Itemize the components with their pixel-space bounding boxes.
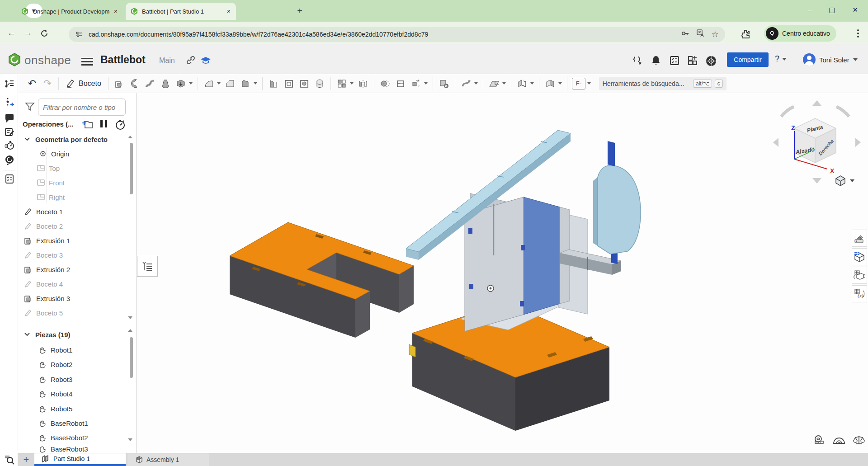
draft-button[interactable] bbox=[238, 76, 253, 91]
chevron-down-icon[interactable] bbox=[502, 82, 506, 85]
chevron-down-icon[interactable] bbox=[558, 82, 562, 85]
create-version-icon[interactable] bbox=[4, 97, 15, 108]
surface-button[interactable] bbox=[486, 76, 502, 91]
scroll-up-arrow[interactable] bbox=[128, 329, 132, 332]
sketch-button[interactable]: Boceto bbox=[62, 76, 105, 91]
browser-profile-chip[interactable]: Centro educativo bbox=[764, 25, 836, 42]
scroll-up-arrow[interactable] bbox=[128, 136, 132, 138]
appearance-panel-button[interactable] bbox=[852, 230, 867, 247]
mirror-button[interactable] bbox=[355, 76, 371, 91]
revolve-button[interactable] bbox=[127, 76, 142, 91]
tree-item-right-plane[interactable]: Right bbox=[18, 190, 130, 204]
rotate-up-arrow[interactable] bbox=[812, 100, 821, 106]
sweep-button[interactable] bbox=[142, 76, 158, 91]
mass-properties-icon[interactable] bbox=[852, 434, 866, 447]
part-item[interactable]: BaseRobot1 bbox=[18, 416, 130, 430]
chevron-down-icon[interactable] bbox=[424, 82, 428, 85]
viewport-3d-model[interactable] bbox=[137, 93, 868, 453]
browser-tab-active[interactable]: Battlebot | Part Studio 1 × bbox=[126, 3, 236, 20]
suspend-rebuild-icon[interactable] bbox=[100, 120, 107, 127]
part-item-clipped[interactable]: BaseRobot3 bbox=[18, 445, 130, 453]
workspace-name[interactable]: Main bbox=[159, 56, 175, 65]
part-item[interactable]: Robot4 bbox=[18, 386, 130, 401]
fold-button[interactable] bbox=[542, 76, 558, 91]
onshape-logo[interactable] bbox=[7, 52, 22, 69]
tree-section-parts[interactable]: Piezas (19) bbox=[18, 327, 130, 342]
browser-tab-inactive[interactable]: Onshape | Product Developmen × bbox=[16, 3, 123, 20]
extensions-icon[interactable] bbox=[741, 29, 750, 41]
rib-button[interactable] bbox=[266, 76, 281, 91]
tree-section-default-geometry[interactable]: Geometría por defecto bbox=[18, 132, 130, 146]
tape-measure-icon[interactable] bbox=[812, 434, 826, 447]
curve-button[interactable] bbox=[458, 76, 474, 91]
back-button[interactable]: ← bbox=[7, 28, 16, 38]
performance-icon[interactable] bbox=[4, 140, 15, 151]
tree-item-sketch5[interactable]: Boceto 5 bbox=[18, 306, 130, 320]
filter-input[interactable] bbox=[38, 99, 126, 116]
named-views-button[interactable] bbox=[852, 248, 867, 265]
chamfer-button[interactable] bbox=[222, 76, 238, 91]
variables-table-button[interactable]: (x) bbox=[852, 285, 867, 302]
notifications-bell-icon[interactable] bbox=[651, 55, 661, 68]
tree-item-front-plane[interactable]: Front bbox=[18, 175, 130, 190]
app-store-icon[interactable] bbox=[687, 55, 698, 68]
tree-item-sketch1[interactable]: Boceto 1 bbox=[18, 204, 130, 219]
versions-history-icon[interactable] bbox=[4, 79, 15, 89]
display-states-button[interactable] bbox=[852, 267, 867, 284]
roll-left-arrow[interactable] bbox=[781, 107, 794, 117]
fillet-button[interactable] bbox=[201, 76, 217, 91]
featurescript-icon[interactable] bbox=[632, 55, 643, 68]
checklist-panel-icon[interactable] bbox=[4, 174, 15, 184]
forward-button[interactable]: → bbox=[24, 28, 32, 38]
close-tab-icon[interactable]: × bbox=[226, 8, 231, 15]
chevron-down-icon[interactable] bbox=[23, 333, 32, 336]
browser-menu-icon[interactable] bbox=[857, 28, 859, 39]
chevron-down-icon[interactable] bbox=[217, 82, 221, 85]
extrude-button[interactable] bbox=[112, 76, 127, 91]
protractor-icon[interactable] bbox=[832, 434, 846, 447]
sheet-metal-button[interactable] bbox=[514, 76, 530, 91]
add-folder-icon[interactable] bbox=[81, 119, 93, 131]
rotate-ccw-arrow[interactable] bbox=[855, 138, 861, 147]
close-window-button[interactable]: ✕ bbox=[852, 6, 858, 14]
pattern-button[interactable] bbox=[334, 76, 349, 91]
help-menu[interactable]: ? bbox=[775, 54, 787, 64]
tree-item-sketch3[interactable]: Boceto 3 bbox=[18, 248, 130, 262]
tree-item-extrude1[interactable]: Extrusión 1 bbox=[18, 233, 130, 248]
split-button[interactable] bbox=[393, 76, 408, 91]
chevron-down-icon[interactable] bbox=[23, 137, 32, 141]
undo-button[interactable]: ↶ bbox=[24, 76, 40, 91]
chevron-down-icon[interactable] bbox=[189, 82, 193, 85]
boolean-button[interactable] bbox=[377, 76, 393, 91]
featurescript-button[interactable]: F- bbox=[571, 76, 587, 91]
hole-button[interactable] bbox=[297, 76, 312, 91]
document-notes-icon[interactable] bbox=[4, 127, 15, 137]
part-item[interactable]: Robot2 bbox=[18, 357, 130, 372]
rotate-left-arrow[interactable] bbox=[773, 138, 778, 147]
tab-part-studio[interactable]: Part Studio 1 bbox=[34, 453, 126, 466]
part-item[interactable]: BaseRobot2 bbox=[18, 430, 130, 445]
part-item[interactable]: Robot5 bbox=[18, 401, 130, 416]
new-tab-button[interactable]: + bbox=[294, 5, 306, 17]
search-tools-bar[interactable]: Herramientas de búsqueda... alt/⌥ c bbox=[599, 77, 726, 90]
roll-right-arrow[interactable] bbox=[836, 107, 849, 117]
tree-item-sketch2[interactable]: Boceto 2 bbox=[18, 219, 130, 233]
rebuild-timer-icon[interactable] bbox=[115, 119, 126, 132]
search-features-icon[interactable] bbox=[4, 454, 15, 466]
tree-item-top-plane[interactable]: Top bbox=[18, 161, 130, 175]
document-menu-icon[interactable] bbox=[81, 56, 93, 67]
transform-button[interactable] bbox=[408, 76, 424, 91]
scrollbar-thumb[interactable] bbox=[130, 143, 133, 194]
url-field[interactable]: cad.onshape.com/documents/80f95a97f4158f… bbox=[69, 27, 725, 42]
comments-icon[interactable] bbox=[4, 113, 15, 124]
minimize-button[interactable]: – bbox=[808, 6, 811, 14]
translate-icon[interactable] bbox=[696, 29, 705, 40]
part-blade[interactable] bbox=[593, 141, 641, 254]
share-link-icon[interactable] bbox=[185, 55, 195, 67]
user-menu[interactable]: Toni Soler bbox=[803, 53, 858, 66]
tree-item-origin[interactable]: Origin bbox=[18, 146, 130, 161]
password-key-icon[interactable] bbox=[681, 29, 690, 40]
chevron-down-icon[interactable] bbox=[587, 82, 591, 85]
rotate-down-arrow[interactable] bbox=[812, 178, 821, 184]
learning-globe-icon[interactable] bbox=[705, 55, 717, 69]
